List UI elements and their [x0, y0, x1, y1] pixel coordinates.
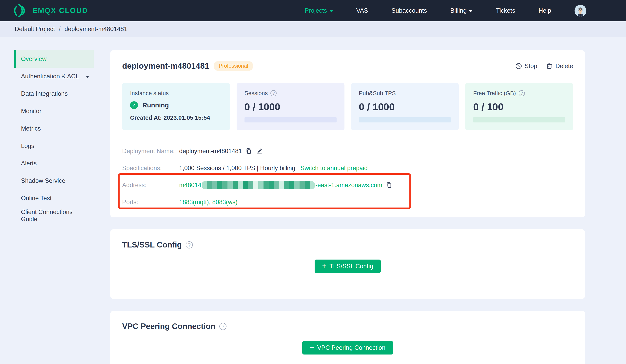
ports-value: 1883(mqtt), 8083(ws) [179, 199, 237, 206]
ports-row: Ports: 1883(mqtt), 8083(ws) [122, 194, 573, 211]
help-icon[interactable]: ? [519, 90, 525, 96]
sidebar-item-shadow-service[interactable]: Shadow Service [14, 172, 94, 189]
deployment-title: deployment-m4801481 [122, 61, 209, 71]
deployment-header: deployment-m4801481 Professional Stop [122, 50, 573, 71]
pubsub-tps-card: Pub&Sub TPS 0 / 1000 [351, 83, 459, 130]
nav-billing[interactable]: Billing [450, 7, 472, 14]
brand-name: EMQX CLOUD [33, 6, 88, 15]
help-icon[interactable]: ? [271, 90, 276, 96]
vpc-peering-title: VPC Peering Connection [122, 322, 215, 331]
chevron-down-icon [86, 76, 89, 78]
address-label: Address: [122, 182, 179, 189]
vpc-peering-section: VPC Peering Connection ? + VPC Peering C… [110, 311, 585, 364]
user-avatar[interactable] [575, 5, 587, 17]
sidebar-item-client-connections-guide[interactable]: Client Connections Guide [14, 207, 94, 224]
nav-projects[interactable]: Projects [305, 7, 333, 14]
created-at: Created At: 2023.01.05 15:54 [130, 114, 222, 121]
deployment-name-value: deployment-m4801481 [179, 147, 242, 155]
instance-status-card: Instance status ✓ Running Created At: 20… [122, 83, 230, 130]
deployment-actions: Stop Delete [515, 63, 573, 70]
sidebar: Overview Authentication & ACL Data Integ… [0, 37, 110, 224]
stats-row: Instance status ✓ Running Created At: 20… [122, 83, 573, 130]
sessions-card: Sessions ? 0 / 1000 [236, 83, 345, 130]
instance-status-label: Instance status [130, 90, 222, 97]
edit-name-button[interactable] [255, 147, 263, 155]
free-traffic-card: Free Traffic (GB) ? 0 / 100 [465, 83, 573, 130]
sidebar-item-overview[interactable]: Overview [14, 50, 94, 68]
address-prefix: m48014 [179, 182, 201, 189]
copy-address-button[interactable] [386, 182, 392, 189]
free-traffic-value: 0 / 100 [473, 101, 565, 113]
sidebar-item-logs[interactable]: Logs [14, 137, 94, 155]
add-vpc-peering-button[interactable]: + VPC Peering Connection [302, 341, 393, 355]
edit-pencil-icon [255, 147, 263, 155]
emqx-logo-icon [13, 3, 28, 18]
breadcrumb-separator: / [59, 26, 61, 33]
copy-icon [245, 147, 252, 155]
sidebar-item-monitor[interactable]: Monitor [14, 103, 94, 120]
sidebar-item-alerts[interactable]: Alerts [14, 155, 94, 172]
breadcrumb: Default Project / deployment-m4801481 [0, 21, 626, 37]
stop-button[interactable]: Stop [515, 63, 537, 70]
specifications-value: 1,000 Sessions / 1,000 TPS | Hourly bill… [179, 165, 295, 172]
sessions-value: 0 / 1000 [244, 101, 337, 113]
avatar-image [575, 5, 587, 17]
ports-label: Ports: [122, 199, 179, 206]
address-redacted [202, 181, 315, 189]
switch-annual-prepaid-link[interactable]: Switch to annual prepaid [300, 165, 368, 172]
breadcrumb-deployment: deployment-m4801481 [65, 26, 127, 33]
tls-ssl-section: TLS/SSL Config ? + TLS/SSL Config [110, 229, 585, 299]
plus-icon: + [310, 344, 314, 351]
breadcrumb-project[interactable]: Default Project [15, 26, 55, 33]
nav-help[interactable]: Help [539, 7, 551, 14]
check-icon: ✓ [130, 101, 138, 109]
deployment-name-label: Deployment Name: [122, 147, 179, 155]
delete-button[interactable]: Delete [546, 63, 573, 70]
trash-icon [546, 63, 553, 70]
plan-badge: Professional [214, 61, 253, 71]
nav-items: Projects VAS Subaccounts Billing Tickets… [305, 5, 587, 17]
chevron-down-icon [329, 10, 333, 12]
help-icon[interactable]: ? [186, 241, 193, 249]
help-icon[interactable]: ? [219, 323, 227, 330]
copy-icon [386, 182, 392, 189]
deployment-overview-card: deployment-m4801481 Professional Stop [110, 50, 585, 218]
sessions-progress-bar [244, 117, 337, 122]
copy-name-button[interactable] [245, 147, 252, 155]
sidebar-item-authentication-acl[interactable]: Authentication & ACL [14, 68, 94, 85]
deployment-name-row: Deployment Name: deployment-m4801481 [122, 143, 573, 160]
brand[interactable]: EMQX CLOUD [13, 3, 88, 18]
pubsub-tps-label: Pub&Sub TPS [359, 90, 396, 97]
address-suffix: -east-1.amazonaws.com [315, 182, 382, 189]
add-tls-ssl-config-button[interactable]: + TLS/SSL Config [314, 259, 381, 273]
nav-tickets[interactable]: Tickets [496, 7, 515, 14]
main-content: deployment-m4801481 Professional Stop [110, 37, 626, 364]
top-navbar: EMQX CLOUD Projects VAS Subaccounts Bill… [0, 0, 626, 21]
specifications-label: Specifications: [122, 165, 179, 172]
status-running: Running [142, 102, 169, 109]
deployment-fields: Deployment Name: deployment-m4801481 [122, 143, 573, 211]
free-traffic-label: Free Traffic (GB) [473, 90, 516, 97]
stop-icon [515, 63, 522, 70]
nav-vas[interactable]: VAS [356, 7, 368, 14]
plus-icon: + [322, 262, 326, 269]
tls-ssl-title: TLS/SSL Config [122, 240, 182, 249]
pubsub-tps-value: 0 / 1000 [359, 101, 451, 113]
nav-subaccounts[interactable]: Subaccounts [391, 7, 427, 14]
chevron-down-icon [469, 10, 472, 12]
sidebar-item-online-test[interactable]: Online Test [14, 189, 94, 207]
sessions-label: Sessions [244, 90, 268, 97]
specifications-row: Specifications: 1,000 Sessions / 1,000 T… [122, 160, 573, 177]
sidebar-item-data-integrations[interactable]: Data Integrations [14, 85, 94, 103]
sidebar-item-metrics[interactable]: Metrics [14, 120, 94, 137]
address-row: Address: m48014 -east-1.amazonaws.com [122, 177, 573, 194]
pubsub-progress-bar [359, 117, 451, 122]
traffic-progress-bar [473, 117, 565, 122]
